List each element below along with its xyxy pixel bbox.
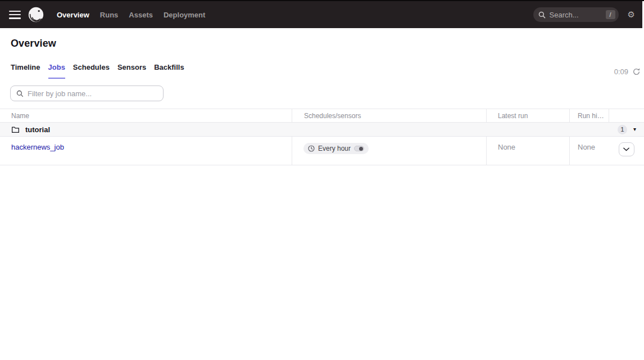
job-filter-input[interactable] bbox=[28, 89, 157, 98]
job-name-link[interactable]: hackernews_job bbox=[11, 143, 64, 151]
settings-gear-icon[interactable]: ⚙ bbox=[628, 11, 635, 19]
repo-group-row-tutorial[interactable]: tutorial 1 ▾ bbox=[0, 123, 644, 137]
dagster-logo-icon[interactable] bbox=[28, 7, 44, 22]
group-name: tutorial bbox=[25, 125, 50, 134]
column-header-schedules-sensors: Schedules/sensors bbox=[292, 109, 486, 122]
chevron-down-icon bbox=[623, 147, 629, 151]
schedule-toggle[interactable] bbox=[354, 146, 364, 151]
latest-run-cell: None bbox=[486, 137, 569, 165]
column-header-actions bbox=[609, 109, 644, 122]
nav-item-deployment[interactable]: Deployment bbox=[162, 8, 207, 21]
tab-timeline[interactable]: Timeline bbox=[11, 63, 40, 79]
job-name-cell: hackernews_job bbox=[0, 137, 292, 165]
schedule-chip-label: Every hour bbox=[318, 145, 351, 152]
row-expand-button[interactable] bbox=[619, 142, 634, 156]
top-nav-links: Overview Runs Assets Deployment bbox=[55, 8, 207, 21]
search-shortcut-badge: / bbox=[606, 10, 615, 19]
page-title: Overview bbox=[11, 38, 644, 50]
column-header-name: Name bbox=[0, 109, 292, 122]
job-schedules-cell: Every hour bbox=[292, 137, 486, 165]
overview-tabs: Timeline Jobs Schedules Sensors Backfill… bbox=[11, 63, 184, 79]
top-navigation-bar: Overview Runs Assets Deployment Search..… bbox=[0, 0, 644, 28]
hamburger-menu-icon[interactable] bbox=[9, 11, 21, 19]
search-icon bbox=[538, 11, 546, 19]
job-filter-box bbox=[10, 86, 164, 101]
latest-run-value: None bbox=[498, 143, 515, 151]
jobs-table: Name Schedules/sensors Latest run Run hi… bbox=[0, 109, 644, 165]
tab-sensors[interactable]: Sensors bbox=[117, 63, 146, 79]
group-row-right: 1 ▾ bbox=[618, 125, 636, 134]
table-row-hackernews-job: hackernews_job Every hour None None bbox=[0, 137, 644, 165]
tab-schedules[interactable]: Schedules bbox=[73, 63, 110, 79]
tab-jobs[interactable]: Jobs bbox=[48, 63, 65, 79]
refresh-icon[interactable] bbox=[632, 68, 641, 76]
filter-search-icon bbox=[16, 90, 24, 97]
group-collapse-caret-icon[interactable]: ▾ bbox=[633, 127, 636, 132]
auto-refresh-area: 0:09 bbox=[614, 68, 641, 79]
global-search-button[interactable]: Search... / bbox=[533, 7, 619, 22]
nav-item-assets[interactable]: Assets bbox=[127, 8, 155, 21]
clock-icon bbox=[308, 145, 315, 152]
group-job-count-badge: 1 bbox=[618, 125, 627, 134]
schedule-chip[interactable]: Every hour bbox=[303, 143, 369, 154]
folder-icon bbox=[11, 126, 20, 133]
run-history-cell: None bbox=[569, 137, 609, 165]
run-history-value: None bbox=[578, 143, 595, 151]
nav-item-runs[interactable]: Runs bbox=[98, 8, 120, 21]
jobs-table-header: Name Schedules/sensors Latest run Run hi… bbox=[0, 109, 644, 123]
column-header-run-history: Run history bbox=[569, 109, 609, 122]
column-header-latest-run: Latest run bbox=[486, 109, 569, 122]
overview-tabs-row: Timeline Jobs Schedules Sensors Backfill… bbox=[0, 63, 644, 79]
search-placeholder: Search... bbox=[550, 11, 606, 19]
refresh-countdown: 0:09 bbox=[614, 68, 628, 76]
row-actions-cell bbox=[609, 137, 644, 165]
nav-item-overview[interactable]: Overview bbox=[55, 8, 91, 21]
tab-backfills[interactable]: Backfills bbox=[154, 63, 184, 79]
